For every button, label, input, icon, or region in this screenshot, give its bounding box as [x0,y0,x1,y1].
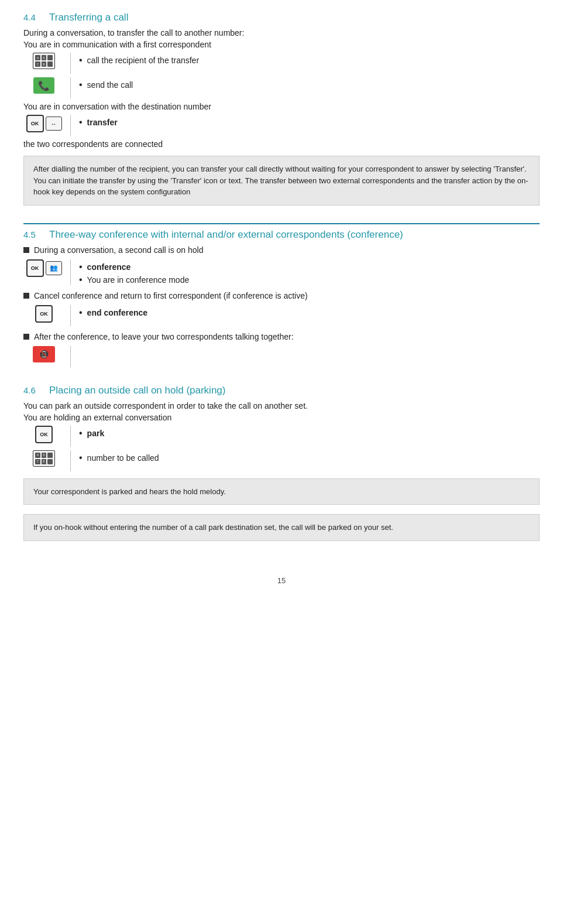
section-44: 4.4 Transferring a call During a convers… [23,12,540,206]
s46-intro2: You are holding an external conversation [23,413,540,422]
divider-3 [70,115,71,136]
s45-bullet3-prefix: After the conference, to leave your two … [34,332,294,341]
bullet-item-3: • transfer [79,117,118,128]
black-square-2 [23,293,29,299]
s45-bullet1-prefix: During a conversation, a second call is … [34,245,204,255]
keypad-icon: 45 78 [33,53,55,69]
section-46-num: 4.6 [23,385,40,395]
s45-divider-2 [70,305,71,326]
s46-park-icon: OK [35,426,53,443]
bulleted-row-3: After the conference, to leave your two … [23,332,540,341]
icon-col-1: 45 78 [23,53,64,69]
ok-transfer-icons: OK ↔ [26,115,62,132]
section-45-heading: Three-way conference with internal and/o… [49,229,403,241]
s46-keypad-icon: 45 78 [33,450,55,467]
transfer-icon: ↔ [46,117,62,131]
s46-instruction-2: 45 78 • number to be called [23,450,540,471]
bulleted-row-2: Cancel conference and return to first co… [23,291,540,300]
s46-bullet-1-text: park [87,429,105,438]
s46-bullet-col-1: • park [79,426,104,439]
s45-bullet-1b-text: You are in conference mode [87,275,190,285]
note-46-1-text: Your correspondent is parked and hears t… [33,487,226,496]
instruction-row-1: 45 78 • call the recipient of the transf… [23,53,540,74]
bullet-1-text: call the recipient of the transfer [87,56,199,65]
note-46-2: If you on-hook without entering the numb… [23,514,540,541]
section-45-title: 4.5 Three-way conference with internal a… [23,229,540,241]
section-44-intro1: During a conversation, to transfer the c… [23,28,540,37]
s45-bullet-item-1a: • conference [79,262,189,272]
s45-hangup-icon: 📵 [33,346,55,362]
section-44-midtext: You are in conversation with the destina… [23,102,540,111]
s45-icon-col-3: 📵 [23,346,64,362]
s45-bullet-item-1b: • You are in conference mode [79,275,189,285]
section-46: 4.6 Placing an outside call on hold (par… [23,385,540,541]
s45-bullet2-prefix: Cancel conference and return to first co… [34,291,308,300]
call-icon: 📞 [33,77,54,94]
bullet-col-3: • transfer [79,115,118,128]
s46-instruction-1: OK • park [23,426,540,447]
section-44-aftertext: the two correspondents are connected [23,139,540,149]
s46-icon-col-1: OK [23,426,64,443]
s46-bullet-item-1: • park [79,428,104,439]
bullet-col-2: • send the call [79,77,133,90]
ok-icon: OK [26,115,44,132]
section-45-num: 4.5 [23,230,40,239]
s45-bullet-1a-text: conference [87,262,131,272]
s45-icon-col-1: OK 👥 [23,259,64,277]
icon-col-2: 📞 [23,77,64,94]
s46-divider-2 [70,450,71,471]
page-number: 15 [277,576,286,585]
s46-divider-1 [70,426,71,447]
s46-bullet-col-2: • number to be called [79,450,159,463]
bullet-2-text: send the call [87,80,133,90]
bullet-item-1: • call the recipient of the transfer [79,55,199,66]
section-44-title: 4.4 Transferring a call [23,12,540,23]
s45-ok-icon-2: OK [35,305,53,323]
section-44-heading: Transferring a call [49,12,128,23]
s46-bullet-2-text: number to be called [87,453,159,463]
s45-instruction-2: OK • end conference [23,305,540,326]
s45-icon-col-2: OK [23,305,64,323]
s45-instruction-3: 📵 [23,346,540,367]
section-45-border [23,223,540,224]
instruction-row-2: 📞 • send the call [23,77,540,98]
divider-2 [70,77,71,98]
s45-bullet-item-2a: • end conference [79,307,147,318]
note-44: After dialling the number of the recipie… [23,156,540,206]
s45-bullet-col-2: • end conference [79,305,147,318]
s45-divider-3 [70,346,71,367]
section-46-heading: Placing an outside call on hold (parking… [49,385,225,396]
black-square-3 [23,334,29,340]
s45-ok-icon: OK [26,259,44,277]
note-46-1: Your correspondent is parked and hears t… [23,478,540,505]
bullet-item-2: • send the call [79,80,133,90]
section-44-num: 4.4 [23,12,40,22]
s45-instruction-1: OK 👥 • conference • You are in conferenc… [23,259,540,285]
note-44-text: After dialling the number of the recipie… [33,165,528,196]
section-45: 4.5 Three-way conference with internal a… [23,223,540,367]
instruction-row-3: OK ↔ • transfer [23,115,540,136]
divider-1 [70,53,71,74]
section-46-title: 4.6 Placing an outside call on hold (par… [23,385,540,396]
s45-divider-1 [70,259,71,285]
s45-bullet-col-1: • conference • You are in conference mod… [79,259,189,285]
s45-ok-conf-icons: OK 👥 [26,259,62,277]
note-46-2-text: If you on-hook without entering the numb… [33,523,393,532]
s45-bullet-2a-text: end conference [87,308,147,317]
icon-col-3: OK ↔ [23,115,64,132]
section-44-intro2: You are in communication with a first co… [23,40,540,49]
bulleted-row-1: During a conversation, a second call is … [23,245,540,255]
s46-intro1: You can park an outside correspondent in… [23,401,540,410]
s46-icon-col-2: 45 78 [23,450,64,467]
page-footer: 15 [23,576,540,585]
s45-conf-icon: 👥 [46,261,62,275]
s46-bullet-item-2: • number to be called [79,453,159,463]
black-square-1 [23,247,29,253]
bullet-col-1: • call the recipient of the transfer [79,53,199,66]
bullet-3-text: transfer [87,118,118,127]
